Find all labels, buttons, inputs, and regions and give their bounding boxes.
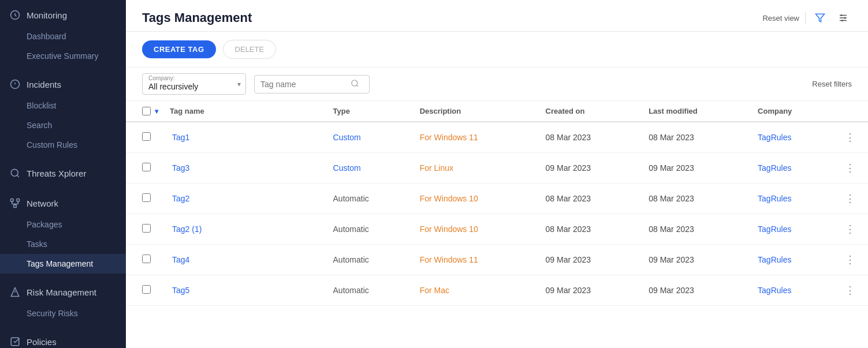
page-title: Tags Management [142,10,252,25]
row-checkbox-cell [126,122,165,153]
svg-marker-16 [816,14,825,22]
delete-button[interactable]: DELETE [223,40,277,59]
table-row: Tag4 Automatic For Windows 11 09 Mar 202… [126,245,868,275]
row-actions: ⋮ [835,275,868,306]
row-modified: 09 Mar 2023 [642,245,751,275]
row-checkbox-5[interactable] [142,285,151,294]
row-checkbox-2[interactable] [142,193,151,202]
sidebar-group-incidents: Incidents BlocklistSearchCustom Rules [0,69,126,158]
table-wrapper: ▾ Tag name Type Description Created on L… [126,101,868,348]
main-header: Tags Management Reset view [126,0,868,32]
sidebar-item-tags-management[interactable]: Tags Management [0,254,126,274]
row-checkbox-3[interactable] [142,224,151,233]
row-desc-value: For Linux [420,163,453,173]
row-company: TagRules [751,122,835,153]
svg-line-24 [356,85,358,87]
row-actions: ⋮ [835,122,868,153]
tag-name-input[interactable] [260,80,347,89]
sidebar-item-packages[interactable]: Packages [0,215,126,234]
row-type-value: Automatic [333,255,369,264]
tag-name-link-5[interactable]: Tag5 [172,286,189,295]
row-company-value: TagRules [758,224,791,234]
svg-line-5 [17,175,18,177]
sidebar-item-network[interactable]: Network [0,192,126,215]
row-created-value: 08 Mar 2023 [546,194,591,203]
row-desc-value: For Windows 11 [420,255,478,264]
sidebar-item-custom-rules[interactable]: Custom Rules [0,135,126,155]
row-menu-button-4[interactable]: ⋮ [841,252,859,267]
row-company: TagRules [751,153,835,184]
row-checkbox-0[interactable] [142,132,151,141]
settings-icon-btn[interactable] [835,10,852,25]
tag-name-link-1[interactable]: Tag3 [172,163,189,173]
table-row: Tag2 Automatic For Windows 10 08 Mar 202… [126,184,868,214]
row-description: For Windows 10 [413,214,539,245]
row-menu-button-5[interactable]: ⋮ [841,283,859,298]
row-desc-value: For Windows 10 [420,194,478,203]
row-company-value: TagRules [758,133,791,142]
sidebar-item-policies[interactable]: Policies [0,330,126,348]
svg-point-21 [844,17,846,19]
select-all-checkbox[interactable] [142,107,151,115]
row-description: For Windows 11 [413,122,539,153]
row-company: TagRules [751,184,835,214]
row-menu-button-0[interactable]: ⋮ [841,130,859,145]
row-modified-value: 09 Mar 2023 [649,255,694,264]
table-header: ▾ Tag name Type Description Created on L… [126,101,868,122]
company-filter[interactable]: Company: All recursively ▾ [142,73,246,95]
create-tag-button[interactable]: CREATE TAG [142,40,216,58]
company-value: All recursively [148,82,198,91]
filter-icon-btn[interactable] [811,10,829,25]
row-actions: ⋮ [835,184,868,214]
row-description: For Linux [413,153,539,184]
row-modified: 08 Mar 2023 [642,184,751,214]
row-menu-button-3[interactable]: ⋮ [841,222,859,237]
reset-filters-link[interactable]: Reset filters [812,80,852,88]
sidebar-item-search[interactable]: Search [0,115,126,135]
col-tag-name: Tag name [165,101,326,122]
sidebar-item-incidents[interactable]: Incidents [0,73,126,96]
row-created-value: 08 Mar 2023 [546,224,591,234]
svg-rect-6 [11,199,14,202]
sidebar-item-threats-xplorer[interactable]: Threats Xplorer [0,162,126,185]
tag-name-link-3[interactable]: Tag2 (1) [172,224,202,234]
sidebar-item-blocklist[interactable]: Blocklist [0,96,126,115]
sidebar-item-risk-management[interactable]: Risk Management [0,280,126,304]
row-tag-name: Tag4 [165,245,326,275]
sidebar-item-tasks[interactable]: Tasks [0,234,126,254]
row-type-value: Automatic [333,224,369,234]
sidebar-group-network: Network PackagesTasksTags Management [0,188,126,277]
row-type: Custom [326,153,413,184]
row-menu-button-1[interactable]: ⋮ [841,160,859,175]
sidebar-group-label: Monitoring [27,10,67,20]
row-actions: ⋮ [835,214,868,245]
row-menu-button-2[interactable]: ⋮ [841,191,859,206]
row-description: For Windows 10 [413,184,539,214]
policies-icon [9,336,21,347]
col-company: Company [751,101,835,122]
sidebar-item-dashboard[interactable]: Dashboard [0,27,126,46]
row-created-value: 09 Mar 2023 [546,286,591,295]
row-type: Automatic [326,245,413,275]
col-created-on: Created on [539,101,642,122]
table-row: Tag3 Custom For Linux 09 Mar 2023 09 Mar… [126,153,868,184]
row-modified-value: 08 Mar 2023 [649,133,694,142]
sidebar-item-security-risks[interactable]: Security Risks [0,304,126,323]
sidebar-item-monitoring[interactable]: Monitoring [0,3,126,27]
search-icon [351,79,359,89]
sidebar-group-risk-management: Risk Management Security Risks [0,277,126,327]
sidebar-group-label: Incidents [27,80,61,89]
reset-view-link[interactable]: Reset view [762,14,799,23]
tag-name-link-2[interactable]: Tag2 [172,194,189,203]
row-company-value: TagRules [758,163,791,173]
row-description: For Mac [413,275,539,306]
tag-name-link-0[interactable]: Tag1 [172,133,189,142]
sidebar-item-executive-summary[interactable]: Executive Summary [0,46,126,66]
tag-name-filter[interactable] [254,75,370,93]
row-checkbox-4[interactable] [142,255,151,263]
row-checkbox-1[interactable] [142,163,151,171]
tag-name-link-4[interactable]: Tag4 [172,255,189,264]
row-company: TagRules [751,275,835,306]
incidents-icon [9,78,21,90]
sidebar-group-label: Risk Management [27,287,96,297]
